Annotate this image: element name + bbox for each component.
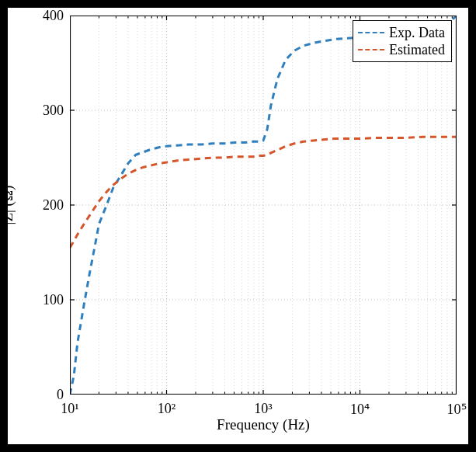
- legend-swatch: [358, 32, 384, 33]
- xtick-label: 10⁵: [447, 401, 467, 418]
- legend-label: Estimated: [389, 42, 445, 58]
- legend: Exp. DataEstimated: [353, 20, 452, 62]
- legend-entry: Estimated: [358, 41, 445, 58]
- chart-panel: |Z| (Ω) Frequency (Hz) Exp. DataEstimate…: [8, 8, 468, 444]
- y-axis-label: |Z| (Ω): [0, 186, 17, 225]
- xtick-label: 10²: [158, 401, 175, 417]
- x-axis-label: Frequency (Hz): [217, 416, 310, 433]
- ytick-label: 200: [43, 197, 64, 214]
- legend-entry: Exp. Data: [358, 24, 445, 41]
- legend-label: Exp. Data: [389, 25, 445, 41]
- ytick-label: 400: [43, 8, 64, 24]
- xtick-label: 10¹: [61, 401, 78, 417]
- legend-swatch: [358, 49, 384, 50]
- plot-area: |Z| (Ω) Frequency (Hz) Exp. DataEstimate…: [70, 16, 457, 395]
- axes-frame: [70, 16, 457, 395]
- xtick-label: 10³: [254, 401, 272, 417]
- ytick-label: 300: [43, 103, 64, 119]
- xtick-label: 10⁴: [350, 401, 370, 418]
- ytick-label: 100: [43, 292, 64, 308]
